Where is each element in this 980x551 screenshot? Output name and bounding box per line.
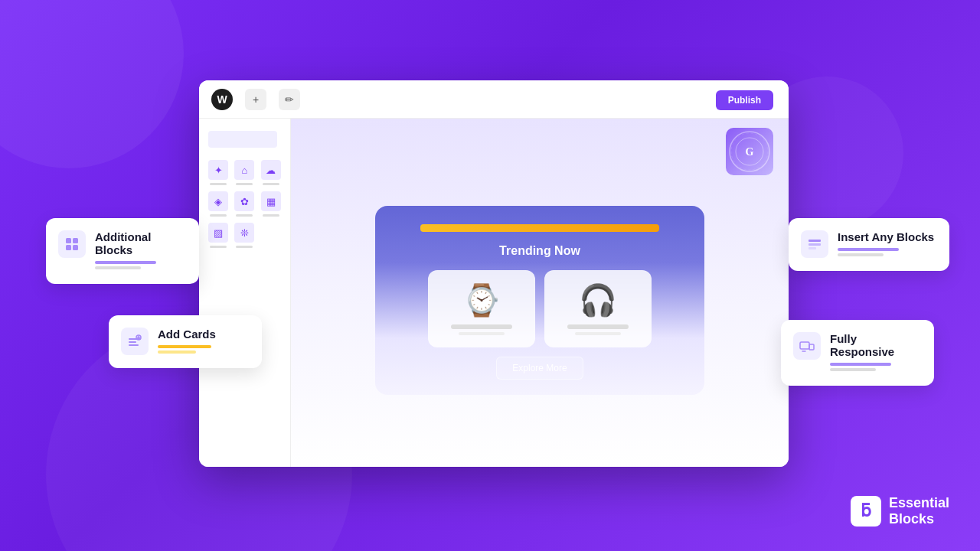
svg-rect-16	[808, 247, 816, 249]
product-section-card: Trending Now ⌚ 🎧 Explore More	[375, 206, 704, 395]
browser-toolbar: W + ✏	[199, 80, 789, 119]
block-icon: ▦	[261, 191, 281, 211]
icon-label	[210, 214, 227, 217]
card-line-2	[95, 266, 141, 269]
add-cards-title: Add Cards	[158, 328, 216, 341]
essential-blocks-logo: ƃ Essential Blocks	[851, 495, 949, 528]
section-top-bar	[420, 224, 659, 232]
eb-brand-line1: Essential	[889, 495, 949, 512]
block-icon-item: ✿	[234, 191, 254, 217]
product-price-bar	[575, 332, 621, 335]
icon-label	[263, 183, 279, 185]
add-block-button[interactable]: +	[245, 89, 266, 110]
insert-blocks-icon	[801, 230, 828, 258]
section-title: Trending Now	[390, 244, 689, 258]
svg-rect-17	[800, 342, 809, 349]
explore-more-button[interactable]: Explore More	[496, 357, 583, 380]
block-sidebar: ✦ ⌂ ☁ ◈ ✿ ▦	[199, 119, 291, 467]
block-icon-item: ⌂	[234, 160, 254, 185]
card-line-yellow-1	[158, 345, 211, 348]
card-line-2	[830, 368, 876, 371]
icon-label	[210, 183, 227, 185]
insert-blocks-title: Insert Any Blocks	[838, 230, 934, 243]
insert-blocks-text: Insert Any Blocks	[838, 230, 934, 259]
block-icon-item: ✦	[208, 160, 228, 185]
svg-rect-15	[808, 243, 821, 246]
publish-button[interactable]: Publish	[716, 90, 773, 110]
additional-blocks-title: Additional Blocks	[95, 230, 187, 256]
fully-responsive-icon	[793, 332, 821, 360]
wordpress-icon: W	[211, 89, 233, 110]
svg-rect-18	[809, 344, 814, 350]
icon-label	[236, 214, 253, 217]
products-row: ⌚ 🎧	[390, 270, 689, 347]
block-icon-item: ◈	[208, 191, 228, 217]
svg-rect-14	[808, 240, 821, 242]
eb-brand-text: Essential Blocks	[889, 495, 949, 528]
editor-main-content: Trending Now ⌚ 🎧 Explore More	[291, 119, 789, 467]
block-icon: ✿	[234, 191, 254, 211]
card-line-1	[95, 261, 156, 264]
card-line-yellow-2	[158, 350, 196, 354]
fully-responsive-text: Fully Responsive	[830, 332, 922, 373]
product-card-headphones: 🎧	[544, 270, 652, 347]
fully-responsive-card: Fully Responsive	[781, 320, 934, 386]
svg-rect-4	[66, 238, 71, 243]
card-line-2	[838, 253, 884, 256]
block-icon-item: ❊	[234, 223, 254, 248]
svg-rect-5	[73, 238, 78, 243]
eb-brand-line2: Blocks	[889, 511, 949, 528]
additional-blocks-text: Additional Blocks	[95, 230, 187, 272]
block-icon: ◈	[208, 191, 228, 211]
edit-button[interactable]: ✏	[279, 89, 300, 110]
fully-responsive-title: Fully Responsive	[830, 332, 922, 358]
product-name-bar	[451, 324, 512, 329]
browser-window: W + ✏ ✦ ⌂ ☁ ◈	[199, 80, 789, 467]
product-price-bar	[459, 332, 505, 335]
watch-icon: ⌚	[462, 282, 501, 318]
add-cards-card: Add Cards	[109, 315, 262, 368]
block-icon-grid: ✦ ⌂ ☁ ◈ ✿ ▦	[208, 160, 281, 248]
block-icon-item: ▨	[208, 223, 228, 248]
block-icon: ⌂	[234, 160, 254, 180]
icon-label	[236, 183, 253, 185]
headphones-icon: 🎧	[579, 282, 617, 318]
block-icon-item: ▦	[261, 191, 281, 217]
additional-blocks-icon	[58, 230, 86, 258]
additional-blocks-card: Additional Blocks	[46, 218, 199, 284]
corner-avatar: G	[726, 128, 773, 175]
svg-rect-6	[66, 245, 71, 250]
product-name-bar	[567, 324, 629, 329]
icon-label	[210, 246, 227, 248]
block-icon: ✦	[208, 160, 228, 180]
block-icon: ▨	[208, 223, 228, 243]
block-icon: ☁	[261, 160, 281, 180]
icon-label	[236, 246, 253, 248]
svg-text:G: G	[746, 146, 754, 158]
add-cards-icon	[121, 328, 149, 355]
block-icon-item: ☁	[261, 160, 281, 185]
add-cards-text: Add Cards	[158, 328, 216, 356]
eb-icon: ƃ	[851, 496, 881, 527]
product-card-watch: ⌚	[428, 270, 535, 347]
bg-decoration-1	[0, 0, 184, 168]
icon-label	[263, 214, 279, 217]
insert-blocks-card: Insert Any Blocks	[789, 218, 949, 271]
block-search-bar[interactable]	[208, 131, 277, 148]
svg-rect-7	[73, 245, 78, 250]
block-icon: ❊	[234, 223, 254, 243]
card-line-1	[830, 363, 891, 366]
card-line-1	[838, 248, 899, 251]
